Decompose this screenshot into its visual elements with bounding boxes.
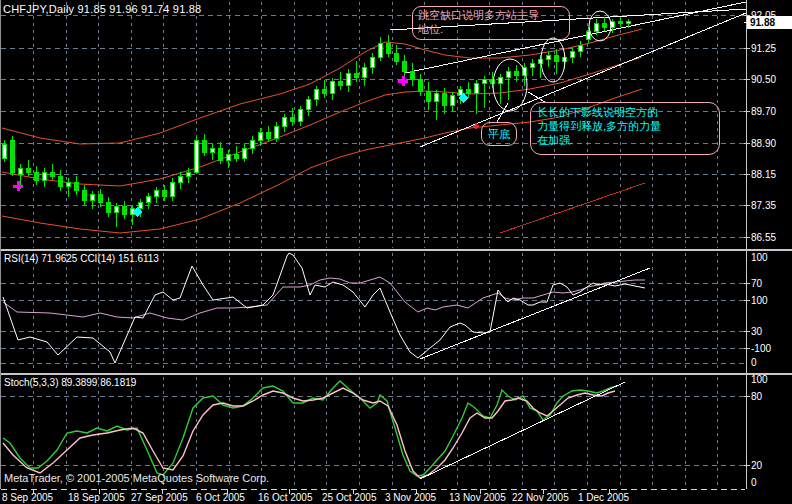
shadow-note-line1: 长长的下影线说明空方的	[537, 105, 713, 119]
candle-bull	[66, 183, 70, 187]
candle-bear	[354, 74, 358, 78]
candle-bull	[378, 43, 382, 57]
candle-bear	[394, 53, 398, 61]
annotation-gap-note[interactable]: 跳空缺口说明多方站主导 地位.	[412, 6, 570, 40]
time-axis[interactable]	[0, 489, 746, 504]
shadow-note-line3: 在加强.	[537, 133, 713, 147]
candle-bear	[554, 55, 558, 61]
candle-bull	[274, 126, 278, 138]
candle-bear	[98, 195, 102, 203]
candle-bull	[146, 197, 150, 203]
candle-bear	[202, 140, 206, 152]
gap-note-line1: 跳空缺口说明多方站主导	[418, 8, 564, 22]
candle-bear	[266, 132, 270, 138]
cross-marker-icon	[13, 185, 23, 188]
candle-bear	[322, 90, 326, 94]
candle-bull	[474, 84, 478, 94]
candle-bull	[210, 148, 214, 152]
rsi-indicator-label: RSI(14) 71.9625 CCI(14) 151.6113	[4, 253, 159, 264]
candle-bear	[410, 72, 414, 80]
annotation-shadow-note[interactable]: 长长的下影线说明空方的 力量得到释放,多方的力量 在加强.	[530, 102, 720, 155]
candle-bear	[58, 176, 62, 186]
candle-bull	[114, 207, 118, 213]
candle-bear	[618, 21, 622, 23]
candle-bear	[10, 140, 14, 172]
candle-bull	[434, 94, 438, 102]
annotation-leader-line	[497, 103, 508, 122]
candle-bear	[386, 43, 390, 53]
candle-bull	[226, 154, 230, 160]
candle-bull	[546, 55, 550, 59]
candle-bull	[154, 191, 158, 197]
mt4-chart-window: 92.0591.2590.5089.7088.9088.1587.3586.55…	[0, 0, 792, 504]
candle-bear	[418, 80, 422, 92]
candle-bear	[514, 72, 518, 76]
price-axis[interactable]	[747, 0, 792, 488]
candle-bear	[218, 148, 222, 160]
candle-bull	[282, 118, 286, 126]
candle-bear	[290, 118, 294, 122]
candle-bear	[338, 82, 342, 86]
candle-bear	[466, 90, 470, 94]
candle-bull	[306, 100, 310, 110]
copyright-text: MetaTrader, © 2001-2005 MetaQuotes Softw…	[4, 472, 269, 484]
candle-bull	[42, 172, 46, 180]
candle-bear	[162, 191, 166, 197]
candle-bull	[178, 176, 182, 182]
highlight-ellipse[interactable]	[493, 59, 527, 111]
candle-bear	[106, 203, 110, 213]
red-trendline	[500, 183, 645, 233]
candle-bull	[18, 168, 22, 174]
shadow-note-line2: 力量得到释放,多方的力量	[537, 119, 713, 133]
candle-bull	[530, 63, 534, 67]
candle-bear	[26, 168, 30, 172]
candle-bull	[578, 45, 582, 51]
stoch-indicator-label: Stoch(5,3,3) 89.3899 86.1819	[4, 377, 136, 388]
candle-bull	[346, 74, 350, 86]
candle-bear	[442, 94, 446, 106]
candle-bull	[170, 183, 174, 197]
gap-note-line2: 地位.	[418, 22, 564, 36]
candle-bull	[450, 96, 454, 106]
cross-marker-icon	[398, 80, 408, 83]
candle-bear	[234, 154, 238, 158]
candle-bull	[298, 110, 302, 122]
candle-bull	[370, 57, 374, 67]
candle-bear	[82, 191, 86, 201]
chart-canvas[interactable]: 92.0591.2590.5089.7088.9088.1587.3586.55…	[0, 0, 792, 504]
cross-marker-icon	[473, 125, 479, 127]
annotation-flat-bottom[interactable]: 平底	[481, 122, 517, 146]
chart-title: CHFJPY,Daily 91.85 91.96 91.74 91.88	[3, 3, 201, 15]
candle-bull	[314, 90, 318, 100]
highlight-ellipse[interactable]	[541, 38, 565, 82]
candle-bull	[242, 148, 246, 158]
candle-bull	[250, 140, 254, 148]
candle-bull	[506, 72, 510, 78]
current-price-tag: 91.88	[747, 16, 792, 29]
candle-bull	[138, 203, 142, 209]
candle-bear	[74, 183, 78, 191]
candle-bear	[426, 92, 430, 102]
candle-bull	[90, 195, 94, 201]
candle-bull	[186, 172, 190, 176]
candle-bear	[34, 172, 38, 180]
candle-bull	[194, 140, 198, 172]
candle-bear	[50, 172, 54, 176]
candle-bull	[498, 78, 502, 84]
candle-bull	[258, 132, 262, 140]
candle-bull	[626, 22, 630, 23]
candle-bull	[482, 80, 486, 84]
candle-bull	[570, 51, 574, 57]
stoch-k-line	[3, 381, 617, 476]
candle-bear	[402, 61, 406, 71]
candle-bull	[330, 82, 334, 94]
candle-bull	[362, 67, 366, 77]
candle-bear	[602, 23, 606, 27]
candle-bull	[594, 23, 598, 31]
candle-bull	[586, 31, 590, 39]
candle-bull	[2, 144, 6, 158]
candle-bear	[122, 207, 126, 215]
rsi-trendline	[420, 268, 650, 359]
